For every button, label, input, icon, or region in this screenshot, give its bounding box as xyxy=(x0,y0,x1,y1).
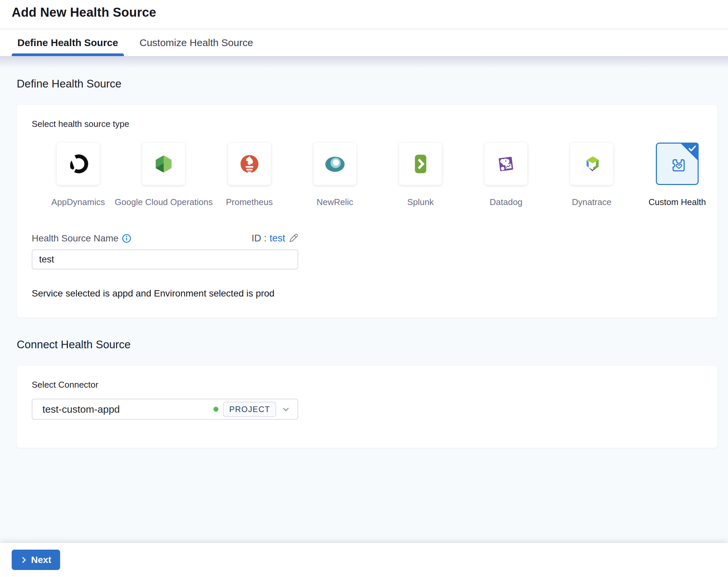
select-type-label: Select health source type xyxy=(32,119,702,129)
chevron-right-icon xyxy=(20,556,28,563)
connector-value: test-custom-appd xyxy=(43,404,120,415)
source-type-tile xyxy=(314,142,356,185)
source-type-appdynamics[interactable]: AppDynamics xyxy=(57,142,100,207)
tab-label: Define Health Source xyxy=(17,37,118,48)
source-type-label: Google Cloud Operations xyxy=(115,197,213,207)
connect-section-heading: Connect Health Source xyxy=(17,338,728,351)
source-type-label: Splunk xyxy=(407,197,434,207)
source-type-tile xyxy=(57,142,100,185)
source-type-tile xyxy=(485,142,527,185)
source-type-google-cloud-operations[interactable]: Google Cloud Operations xyxy=(142,142,185,207)
health-source-type-list: AppDynamics Google Cloud Operations xyxy=(32,142,702,207)
source-type-splunk[interactable]: Splunk xyxy=(399,142,442,207)
info-icon[interactable] xyxy=(122,234,131,243)
next-button[interactable]: Next xyxy=(12,550,60,570)
page-title: Add New Health Source xyxy=(0,0,728,20)
source-type-label: NewRelic xyxy=(317,197,353,207)
next-button-label: Next xyxy=(31,555,51,565)
connect-health-source-card: Select Connector test-custom-appd PROJEC… xyxy=(17,366,717,448)
select-connector-label: Select Connector xyxy=(32,379,702,390)
appdynamics-icon xyxy=(67,153,89,175)
source-type-tile xyxy=(570,142,613,185)
tab-label: Customize Health Source xyxy=(139,37,253,48)
health-source-name-label: Health Source Name xyxy=(32,233,119,244)
source-type-label: Prometheus xyxy=(226,197,272,207)
source-type-dynatrace[interactable]: Dynatrace xyxy=(570,142,613,207)
source-type-tile xyxy=(399,142,442,185)
source-type-datadog[interactable]: Datadog xyxy=(485,142,527,207)
service-env-text: Service selected is appd and Environment… xyxy=(32,288,702,299)
google-cloud-operations-icon xyxy=(153,153,175,175)
custom-health-icon xyxy=(666,153,688,175)
dynatrace-icon xyxy=(581,153,603,175)
datadog-icon xyxy=(495,153,517,175)
dialog-body: Define Health Source Select health sourc… xyxy=(0,56,728,543)
source-type-label: Custom Health xyxy=(649,197,706,207)
source-type-label: Dynatrace xyxy=(572,197,612,207)
connector-status-dot xyxy=(213,407,218,412)
edit-id-icon[interactable] xyxy=(288,233,298,243)
health-source-name-block: Health Source Name ID : test xyxy=(32,233,298,269)
source-type-tile xyxy=(228,142,271,185)
source-type-newrelic[interactable]: NewRelic xyxy=(314,142,356,207)
prometheus-icon xyxy=(238,153,260,175)
source-type-label: Datadog xyxy=(490,197,522,207)
dialog-footer: Next xyxy=(0,543,728,577)
connector-scope-badge: PROJECT xyxy=(223,402,276,417)
active-tab-underline xyxy=(12,53,124,56)
tab-customize-health-source[interactable]: Customize Health Source xyxy=(134,29,259,56)
source-type-custom-health[interactable]: Custom Health xyxy=(656,142,699,207)
define-section-heading: Define Health Source xyxy=(17,56,728,90)
connector-select[interactable]: test-custom-appd PROJECT xyxy=(32,399,298,420)
source-type-tile-selected xyxy=(656,142,699,185)
source-type-prometheus[interactable]: Prometheus xyxy=(228,142,271,207)
tab-bar: Define Health Source Customize Health So… xyxy=(12,29,259,56)
tab-define-health-source[interactable]: Define Health Source xyxy=(12,29,124,56)
splunk-icon xyxy=(410,153,432,175)
health-source-id-value: test xyxy=(269,233,285,244)
check-icon xyxy=(688,145,697,152)
define-health-source-card: Select health source type AppDynamics xyxy=(17,105,717,318)
source-type-label: AppDynamics xyxy=(51,197,105,207)
newrelic-icon xyxy=(324,153,346,175)
health-source-id: ID : test xyxy=(252,233,298,244)
chevron-down-icon[interactable] xyxy=(281,404,291,414)
source-type-tile xyxy=(142,142,185,185)
dialog-header: Add New Health Source Define Health Sour… xyxy=(0,0,728,56)
id-label: ID : xyxy=(252,233,266,244)
add-health-source-dialog: Add New Health Source Define Health Sour… xyxy=(0,0,728,577)
health-source-name-input[interactable] xyxy=(32,250,298,269)
